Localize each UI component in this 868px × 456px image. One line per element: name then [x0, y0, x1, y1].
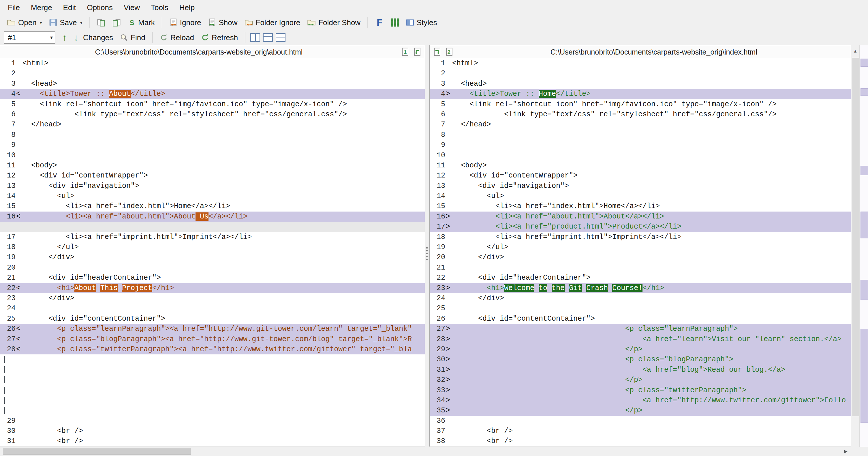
- code-line[interactable]: 20: [0, 263, 425, 273]
- find-button[interactable]: Find: [117, 32, 148, 43]
- mark-button[interactable]: S Mark: [125, 17, 158, 28]
- code-line[interactable]: 30 <br />: [0, 426, 425, 436]
- alignment-gap-row[interactable]: |: [0, 385, 425, 395]
- code-line[interactable]: 25 <div id="contentContainer">: [0, 314, 425, 324]
- code-line[interactable]: 3 <head>: [0, 79, 425, 89]
- diff-location-mark[interactable]: [861, 211, 868, 238]
- code-line[interactable]: 4< <title>Tower :: About</title>: [0, 89, 425, 99]
- horizontal-scrollbar-thumb[interactable]: [3, 448, 191, 455]
- split-two-rows-layout-button[interactable]: [276, 33, 285, 42]
- code-line[interactable]: 7 </head>: [430, 119, 851, 130]
- code-line[interactable]: 11 <body>: [430, 161, 851, 171]
- code-line[interactable]: 5 <link rel="shortcut icon" href="img/fa…: [0, 99, 425, 109]
- alignment-gap-row[interactable]: |: [0, 365, 425, 375]
- menu-edit[interactable]: Edit: [58, 0, 82, 15]
- refresh-button[interactable]: Refresh: [198, 32, 241, 43]
- code-line[interactable]: 25: [430, 303, 851, 313]
- code-line[interactable]: 6 <link type="text/css" rel="stylesheet"…: [0, 109, 425, 119]
- code-line[interactable]: 19 </ul>: [430, 242, 851, 252]
- split-vertical-layout-button[interactable]: [250, 33, 260, 42]
- diff-number-selector[interactable]: #1 ▾: [4, 31, 55, 44]
- code-line[interactable]: 16> <li><a href="about.html">About</a></…: [430, 211, 851, 222]
- diff-location-bar[interactable]: [859, 45, 868, 456]
- splitter-grip-icon[interactable]: [426, 247, 428, 261]
- code-line[interactable]: 20 </div>: [430, 252, 851, 262]
- diff-location-mark[interactable]: [861, 280, 868, 300]
- merge-to-right-icon[interactable]: [432, 47, 442, 57]
- code-line[interactable]: 8: [0, 130, 425, 140]
- code-line[interactable]: 28< <p class="twitterParagraph"><a href=…: [0, 344, 425, 354]
- diff-location-mark[interactable]: [861, 88, 868, 96]
- alignment-gap-row[interactable]: |: [0, 405, 425, 416]
- menu-help[interactable]: Help: [174, 0, 200, 15]
- folder-show-button[interactable]: Folder Show: [304, 17, 363, 28]
- code-line[interactable]: 15 <li><a href="index.html">Home</a></li…: [0, 201, 425, 211]
- code-line[interactable]: 22< <h1>About This Project</h1>: [0, 283, 425, 293]
- code-line[interactable]: 33> <p class="twitterParagraph">: [430, 385, 851, 395]
- alignment-gap-row[interactable]: [0, 222, 425, 232]
- diff-location-mark[interactable]: [861, 59, 868, 67]
- code-line[interactable]: 21: [430, 263, 851, 273]
- code-line[interactable]: 5 <link rel="shortcut icon" href="img/fa…: [430, 99, 851, 109]
- code-line[interactable]: 27< <p class="blogParagraph"><a href="ht…: [0, 334, 425, 344]
- show-button[interactable]: Show: [205, 17, 240, 28]
- ignore-button[interactable]: Ignore: [166, 17, 204, 28]
- code-line[interactable]: 34> <a href="http://www.twitter.com/gitt…: [430, 395, 851, 405]
- code-line[interactable]: 37 <br />: [430, 426, 851, 436]
- code-line[interactable]: 35> </p>: [430, 405, 851, 416]
- menu-tools[interactable]: Tools: [145, 0, 174, 15]
- code-line[interactable]: 23 </div>: [0, 293, 425, 303]
- scroll-up-button[interactable]: ▲: [851, 45, 860, 57]
- vertical-scrollbar[interactable]: ▲ ▼: [851, 45, 860, 456]
- code-line[interactable]: 11 <body>: [0, 161, 425, 171]
- menu-file[interactable]: File: [2, 0, 25, 15]
- code-line[interactable]: 23> <h1>Welcome to the Git Crash Course!…: [430, 283, 851, 293]
- code-line[interactable]: 14 <ul>: [0, 191, 425, 201]
- code-line[interactable]: 16< <li><a href="about.html">About Us</a…: [0, 211, 425, 222]
- code-line[interactable]: 1<html>: [430, 58, 851, 68]
- vertical-scrollbar-thumb[interactable]: [852, 58, 859, 416]
- scroll-right-button[interactable]: ▶: [841, 447, 851, 456]
- code-line[interactable]: 12 <div id="contentWrapper">: [430, 171, 851, 181]
- code-line[interactable]: 13 <div id="navigation">: [0, 181, 425, 191]
- menu-options[interactable]: Options: [81, 0, 118, 15]
- previous-change-button[interactable]: ↑: [59, 32, 70, 43]
- code-line[interactable]: 32> </p>: [430, 375, 851, 385]
- next-change-button[interactable]: ↓: [71, 32, 81, 43]
- right-code-pane[interactable]: 1<html>23 <head>4> <title>Tower :: Home<…: [429, 58, 851, 447]
- code-line[interactable]: 15 <li><a href="index.html">Home</a></li…: [430, 201, 851, 211]
- open-dropdown-caret[interactable]: ▾: [40, 20, 42, 26]
- copy-to-right-button[interactable]: [110, 17, 124, 28]
- pane-splitter[interactable]: [425, 58, 429, 447]
- code-line[interactable]: 1<html>: [0, 58, 425, 68]
- grid-view-button[interactable]: [388, 17, 402, 28]
- code-line[interactable]: 36: [430, 416, 851, 426]
- code-line[interactable]: 17> <li><a href="product.html">Product</…: [430, 222, 851, 232]
- code-line[interactable]: 19 </div>: [0, 252, 425, 262]
- code-line[interactable]: 17 <li><a href="imprint.html">Imprint</a…: [0, 232, 425, 242]
- merge-to-left-icon[interactable]: [412, 47, 423, 57]
- open-button[interactable]: Open ▾: [4, 17, 45, 28]
- code-line[interactable]: 24: [0, 303, 425, 313]
- save-dropdown-caret[interactable]: ▾: [80, 20, 83, 26]
- diff-location-mark[interactable]: [861, 166, 868, 175]
- code-line[interactable]: 18 <li><a href="imprint.html">Imprint</a…: [430, 232, 851, 242]
- code-line[interactable]: 12 <div id="contentWrapper">: [0, 171, 425, 181]
- save-button[interactable]: Save ▾: [46, 17, 85, 28]
- pane2-indicator-icon[interactable]: 2: [444, 47, 455, 57]
- copy-to-left-button[interactable]: [94, 17, 108, 28]
- left-code-pane[interactable]: 1<html>23 <head>4< <title>Tower :: About…: [0, 58, 425, 447]
- code-line[interactable]: 3 <head>: [430, 79, 851, 89]
- code-line[interactable]: 30> <p class="blogParagraph">: [430, 354, 851, 365]
- code-line[interactable]: 14 <ul>: [430, 191, 851, 201]
- font-button[interactable]: F: [372, 16, 387, 29]
- code-line[interactable]: 6 <link type="text/css" rel="stylesheet"…: [430, 109, 851, 119]
- alignment-gap-row[interactable]: |: [0, 395, 425, 405]
- code-line[interactable]: 10: [0, 150, 425, 161]
- diff-location-mark[interactable]: [861, 329, 868, 423]
- code-line[interactable]: 13 <div id="navigation">: [430, 181, 851, 191]
- code-line[interactable]: 38 <br />: [430, 436, 851, 446]
- code-line[interactable]: 26 <div id="contentContainer">: [430, 314, 851, 324]
- code-line[interactable]: 24 </div>: [430, 293, 851, 303]
- code-line[interactable]: 22 <div id="headerContainer">: [430, 273, 851, 283]
